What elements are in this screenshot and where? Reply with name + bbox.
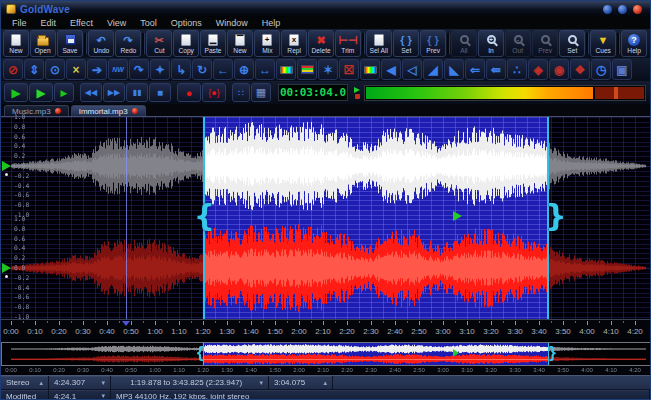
- menu-item-file[interactable]: File: [5, 17, 34, 29]
- arrow-left-icon[interactable]: ←: [213, 59, 233, 80]
- status-cell-1-1[interactable]: 4:24.1▾: [49, 390, 111, 400]
- minimize-button[interactable]: [603, 5, 612, 14]
- playback-position-marker[interactable]: [453, 211, 462, 221]
- curve-arrow-icon[interactable]: ↷: [129, 59, 149, 80]
- triple-arrow-icon[interactable]: ⇚: [486, 59, 506, 80]
- red-diamond-icon[interactable]: ❖: [570, 59, 590, 80]
- channel-1-marker-icon[interactable]: [2, 161, 11, 171]
- stop-button[interactable]: ■: [149, 83, 171, 102]
- speaker-icon[interactable]: ◀: [381, 59, 401, 80]
- overview-selection-end-handle[interactable]: }: [549, 343, 556, 363]
- bent-arrow-icon[interactable]: ↳: [171, 59, 191, 80]
- toolbar-button-set[interactable]: Set: [559, 30, 585, 57]
- overview-time-label: 1:50: [265, 367, 285, 373]
- toolbar-button-new[interactable]: New: [3, 30, 29, 57]
- limiter-ball-icon[interactable]: ⊙: [45, 59, 65, 80]
- toolbar-button-copy[interactable]: Copy: [173, 30, 199, 57]
- toolbar-button-trim[interactable]: ⊢⊣Trim: [335, 30, 361, 57]
- monitor-dots-button[interactable]: ∷: [232, 83, 250, 102]
- record-button[interactable]: ●: [177, 83, 201, 102]
- rewind-button[interactable]: ◀◀: [80, 83, 102, 102]
- dots-tool-icon[interactable]: ∴: [507, 59, 527, 80]
- selection-end-handle[interactable]: }: [545, 201, 566, 231]
- toolbar-button-mix[interactable]: +Mix: [254, 30, 280, 57]
- title-bar[interactable]: GoldWave: [1, 1, 650, 17]
- status-cell-0-0[interactable]: Stereo▴: [1, 376, 49, 389]
- menu-item-window[interactable]: Window: [209, 17, 255, 29]
- window-controls: [603, 5, 645, 14]
- record-selection-button[interactable]: {●}: [202, 83, 226, 102]
- toolbar-button-undo[interactable]: ↶Undo: [88, 30, 114, 57]
- overview-selection-start-handle[interactable]: {: [197, 343, 204, 363]
- toolbar-button-cut[interactable]: ✂Cut: [146, 30, 172, 57]
- star-burst-icon[interactable]: ✶: [318, 59, 338, 80]
- status-cell-0-1[interactable]: 4:24.307▾: [49, 376, 111, 389]
- arrow-into-icon[interactable]: ⇐: [465, 59, 485, 80]
- toolbar-button-new[interactable]: ▔New: [227, 30, 253, 57]
- menu-item-edit[interactable]: Edit: [34, 17, 64, 29]
- toolbar-button-save[interactable]: Save: [57, 30, 83, 57]
- play-selection-button[interactable]: ▶: [29, 83, 53, 102]
- crossed-box-icon[interactable]: ☒: [339, 59, 359, 80]
- menu-item-help[interactable]: Help: [255, 17, 288, 29]
- overview-playback-marker[interactable]: [453, 349, 459, 357]
- toolbar-button-in[interactable]: +In: [478, 30, 504, 57]
- overview-strip[interactable]: {}0:000:100:200:300:400:501:001:101:201:…: [1, 340, 651, 374]
- axis-tick: [47, 321, 48, 323]
- visual-display-button[interactable]: ▦: [251, 83, 271, 102]
- spectrum-bar2-icon[interactable]: [360, 59, 380, 80]
- maximize-button[interactable]: [618, 5, 627, 14]
- menu-item-tool[interactable]: Tool: [133, 17, 164, 29]
- clock-icon[interactable]: ◷: [591, 59, 611, 80]
- rotate-arrows-icon[interactable]: ↻: [192, 59, 212, 80]
- overview-time-label: 2:50: [409, 367, 429, 373]
- noise-text-icon[interactable]: NW: [108, 59, 128, 80]
- fast-forward-button[interactable]: ▶▶: [103, 83, 125, 102]
- diamond-arrows-icon[interactable]: ◈: [528, 59, 548, 80]
- fade-in-icon[interactable]: ◢: [423, 59, 443, 80]
- tab-immortal.mp3[interactable]: Immortal.mp3: [71, 105, 146, 116]
- pause-button[interactable]: ▮▮: [126, 83, 148, 102]
- menu-item-options[interactable]: Options: [164, 17, 209, 29]
- amplitude-label: 0.6: [14, 134, 25, 140]
- toolbar-button-sel-all[interactable]: Sel All: [366, 30, 392, 57]
- time-label: 3:00: [430, 327, 456, 336]
- time-axis[interactable]: 0:000:100:200:300:400:501:001:101:201:30…: [1, 319, 651, 339]
- close-button[interactable]: [633, 5, 642, 14]
- toolbar-button-help[interactable]: ?Help: [621, 30, 647, 57]
- menu-item-effect[interactable]: Effect: [63, 17, 100, 29]
- diamond-star-icon[interactable]: ✦: [150, 59, 170, 80]
- toolbar-button-repl[interactable]: xRepl: [281, 30, 307, 57]
- crossed-lines-icon[interactable]: ×: [66, 59, 86, 80]
- fade-out-icon[interactable]: ◣: [444, 59, 464, 80]
- toolbar-button-delete[interactable]: ✖Delete: [308, 30, 334, 57]
- toolbar-button-set[interactable]: { }Set: [393, 30, 419, 57]
- no-entry-icon[interactable]: ⊘: [3, 59, 23, 80]
- cue-point-marker[interactable]: [122, 321, 130, 326]
- axis-tick: [95, 321, 96, 323]
- waveform-view[interactable]: 1.00.80.60.40.20.0-0.2-0.4-0.6-0.8-1.01.…: [1, 117, 651, 319]
- arrow-right-icon[interactable]: ➔: [87, 59, 107, 80]
- target-cross-icon[interactable]: ⊕: [234, 59, 254, 80]
- red-dot-bubble-icon[interactable]: ◉: [549, 59, 569, 80]
- spectrum-bar-icon[interactable]: [276, 59, 296, 80]
- pan-arrows-icon[interactable]: ↔: [255, 59, 275, 80]
- chat-monitor-icon[interactable]: ▣: [612, 59, 632, 80]
- spectrum-lines-icon[interactable]: [297, 59, 317, 80]
- speaker-plus-icon[interactable]: ◁: [402, 59, 422, 80]
- toolbar-button-prev[interactable]: { }Prev: [420, 30, 446, 57]
- toolbar-button-paste[interactable]: ▁Paste: [200, 30, 226, 57]
- toolbar-button-redo[interactable]: ↷Redo: [115, 30, 141, 57]
- vertical-arrows-icon[interactable]: ⇕: [24, 59, 44, 80]
- toolbar-button-cues[interactable]: ▼Cues: [590, 30, 616, 57]
- play-button[interactable]: ▶: [4, 83, 28, 102]
- play-fast-button[interactable]: ▶: [54, 83, 74, 102]
- status-cell-0-3[interactable]: 3:04.075▴: [269, 376, 333, 389]
- status-cell-0-2[interactable]: 1:19.878 to 3:43.825 (2:23.947)▾: [111, 376, 269, 389]
- toolbar-button-open[interactable]: Open: [30, 30, 56, 57]
- amplitude-label: 0.2: [14, 154, 25, 160]
- overview-time-label: 1:30: [217, 367, 237, 373]
- menu-item-view[interactable]: View: [100, 17, 133, 29]
- channel-2-marker-icon[interactable]: [2, 263, 11, 273]
- selection-start-handle[interactable]: {: [194, 201, 215, 231]
